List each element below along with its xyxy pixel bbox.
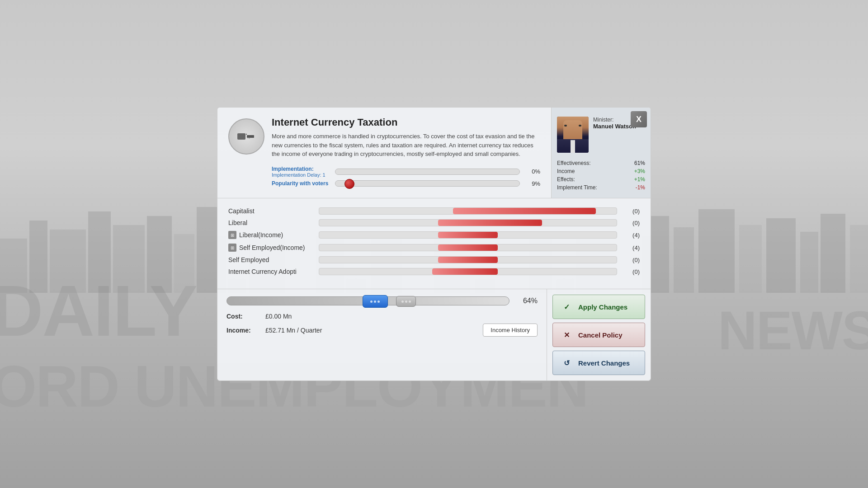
implementation-delay-label: Implementation Delay: 1 xyxy=(272,172,330,178)
popularity-track xyxy=(335,180,520,187)
voter-label-liberal-income: ⊞ Liberal(Income) xyxy=(228,231,314,239)
implement-time-value: -1% xyxy=(636,184,645,191)
thumb2-dot-1 xyxy=(401,300,404,303)
effectiveness-stat: Effectiveness: 61% xyxy=(557,160,645,166)
revert-changes-button[interactable]: ↺ Revert Changes xyxy=(552,351,645,375)
main-slider-pct: 64% xyxy=(515,297,538,305)
implement-time-stat: Implement Time: -1% xyxy=(557,184,645,191)
voter-bar-liberal-income xyxy=(319,231,617,239)
policy-panel: → Internet Currency Taxation More and mo… xyxy=(217,107,651,198)
voter-icon-liberal-income: ⊞ xyxy=(228,231,236,239)
main-slider-thumb[interactable] xyxy=(363,295,388,308)
crypto-icon-svg: → xyxy=(235,130,258,143)
popularity-pct: 9% xyxy=(524,180,540,187)
minister-avatar xyxy=(557,117,589,153)
voter-bar-liberal xyxy=(319,219,617,226)
thumb-dot-1 xyxy=(370,300,373,303)
implementation-label-group: Implementation: Implementation Delay: 1 xyxy=(272,166,330,178)
cancel-icon: ✕ xyxy=(560,328,573,341)
voter-row-self-employed-income: ⊞ Self Employed(Income) (4) xyxy=(228,244,640,252)
dialog-container: → Internet Currency Taxation More and mo… xyxy=(217,107,651,381)
voter-row-capitalist: Capitalist (0) xyxy=(228,207,640,215)
popularity-label: Popularity with voters xyxy=(272,180,330,187)
voter-label-capitalist: Capitalist xyxy=(228,207,314,215)
income-value: £52.71 Mn / Quarter xyxy=(265,327,322,334)
voter-count-internet-currency: (0) xyxy=(622,268,640,275)
voter-bar-self-employed xyxy=(319,256,617,263)
policy-left-section: → Internet Currency Taxation More and mo… xyxy=(217,108,551,198)
cost-row: Cost: £0.00 Mn xyxy=(226,313,538,320)
thumb2-dot-3 xyxy=(409,300,411,303)
minister-info: Minister: Manuel Watson xyxy=(593,117,636,156)
main-slider-row: 64% xyxy=(226,296,538,305)
cost-value: £0.00 Mn xyxy=(265,313,292,320)
thumb-dot-3 xyxy=(377,300,380,303)
thumb-dot-2 xyxy=(374,300,376,303)
policy-info: Internet Currency Taxation More and more… xyxy=(272,117,540,189)
voter-row-internet-currency: Internet Currency Adopti (0) xyxy=(228,268,640,275)
apply-changes-button[interactable]: ✓ Apply Changes xyxy=(552,295,645,319)
cancel-label: Cancel Policy xyxy=(578,331,623,339)
effects-value: +1% xyxy=(634,176,645,183)
apply-icon: ✓ xyxy=(560,300,573,313)
income-label: Income: xyxy=(226,327,258,334)
voter-label-liberal: Liberal xyxy=(228,219,314,226)
svg-rect-30 xyxy=(237,133,245,140)
voter-count-liberal: (0) xyxy=(622,220,640,226)
popularity-label-group: Popularity with voters xyxy=(272,180,330,187)
controls-panel: 64% Cost: £0.00 Mn Income: £52.71 Mn / Q… xyxy=(217,289,547,381)
voter-groups-panel: Capitalist (0) Liberal (0) ⊞ Lib xyxy=(217,198,651,289)
main-slider-thumb2[interactable] xyxy=(396,296,416,307)
voter-count-self-employed-income: (4) xyxy=(622,244,640,251)
minister-face xyxy=(557,117,589,153)
voter-count-self-employed: (0) xyxy=(622,257,640,263)
voter-label-self-employed-income: ⊞ Self Employed(Income) xyxy=(228,244,314,252)
cost-label: Cost: xyxy=(226,313,258,320)
voter-count-liberal-income: (4) xyxy=(622,232,640,239)
policy-icon: → xyxy=(228,118,264,155)
implementation-track[interactable] xyxy=(335,169,520,175)
voter-bar-internet-currency xyxy=(319,268,617,275)
policy-description: More and more commerce is handled in cry… xyxy=(272,132,540,159)
income-history-button[interactable]: Income History xyxy=(483,324,538,337)
voter-icon-self-employed-income: ⊞ xyxy=(228,244,236,252)
voter-row-liberal: Liberal (0) xyxy=(228,219,640,226)
apply-label: Apply Changes xyxy=(578,303,627,311)
cancel-policy-button[interactable]: ✕ Cancel Policy xyxy=(552,323,645,347)
main-slider-track[interactable] xyxy=(226,296,509,305)
bottom-container: 64% Cost: £0.00 Mn Income: £52.71 Mn / Q… xyxy=(217,289,651,381)
main-content-area: → Internet Currency Taxation More and mo… xyxy=(0,0,868,488)
effects-stat: Effects: +1% xyxy=(557,176,645,183)
thumb2-dot-2 xyxy=(405,300,407,303)
voter-label-internet-currency: Internet Currency Adopti xyxy=(228,268,314,275)
implementation-label: Implementation: xyxy=(272,166,330,172)
minister-label: Minister: Manuel Watson xyxy=(593,117,636,130)
popularity-dot xyxy=(344,179,354,189)
voter-bar-self-employed-income xyxy=(319,244,617,251)
implementation-slider-row: Implementation: Implementation Delay: 1 … xyxy=(272,166,540,178)
minister-panel: X xyxy=(551,108,651,198)
minister-stats: Effectiveness: 61% Income +3% Effects: +… xyxy=(557,160,645,191)
revert-icon: ↺ xyxy=(560,357,573,369)
popularity-slider-row: Popularity with voters 9% xyxy=(272,180,540,187)
implementation-pct: 0% xyxy=(524,168,540,175)
policy-sliders: Implementation: Implementation Delay: 1 … xyxy=(272,166,540,187)
income-value: +3% xyxy=(634,168,645,174)
close-button[interactable]: X xyxy=(631,111,647,127)
voter-count-capitalist: (0) xyxy=(622,208,640,215)
voter-label-self-employed: Self Employed xyxy=(228,256,314,263)
income-stat: Income +3% xyxy=(557,168,645,174)
svg-text:→: → xyxy=(246,136,251,141)
policy-title: Internet Currency Taxation xyxy=(272,117,540,128)
revert-label: Revert Changes xyxy=(578,359,630,367)
effectiveness-value: 61% xyxy=(634,160,645,166)
voter-bar-capitalist xyxy=(319,207,617,215)
income-row: Income: £52.71 Mn / Quarter Income Histo… xyxy=(226,324,538,337)
voter-row-liberal-income: ⊞ Liberal(Income) (4) xyxy=(228,231,640,239)
voter-row-self-employed: Self Employed (0) xyxy=(228,256,640,263)
action-buttons-panel: ✓ Apply Changes ✕ Cancel Policy ↺ Revert… xyxy=(547,289,651,381)
minister-name-value: Manuel Watson xyxy=(593,123,636,130)
